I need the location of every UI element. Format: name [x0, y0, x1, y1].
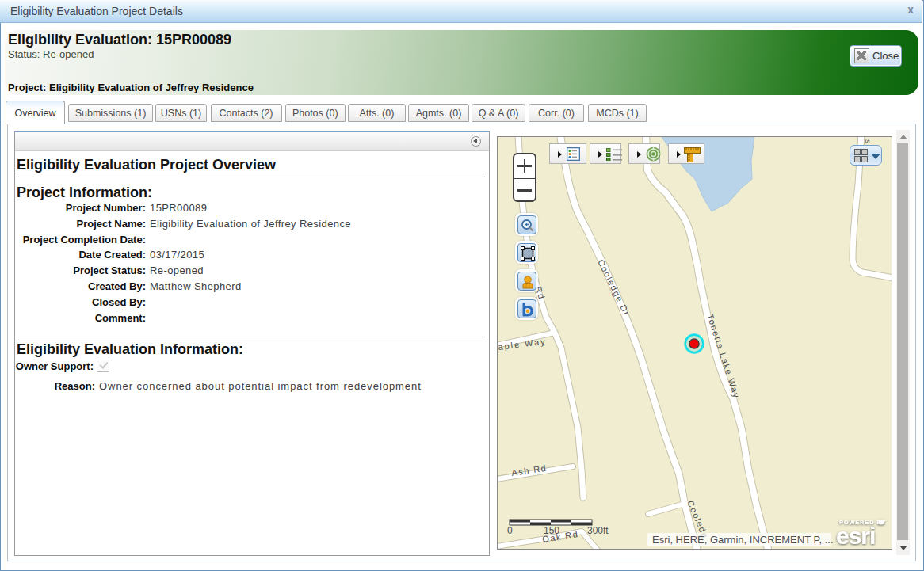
svg-text:300ft: 300ft: [587, 525, 609, 536]
svg-text:0: 0: [507, 525, 513, 536]
svg-text:Esri, HERE, Garmin, INCREMENT: Esri, HERE, Garmin, INCREMENT P, ...: [652, 534, 834, 546]
svg-text:esri: esri: [836, 523, 875, 549]
svg-text:150: 150: [544, 525, 559, 536]
